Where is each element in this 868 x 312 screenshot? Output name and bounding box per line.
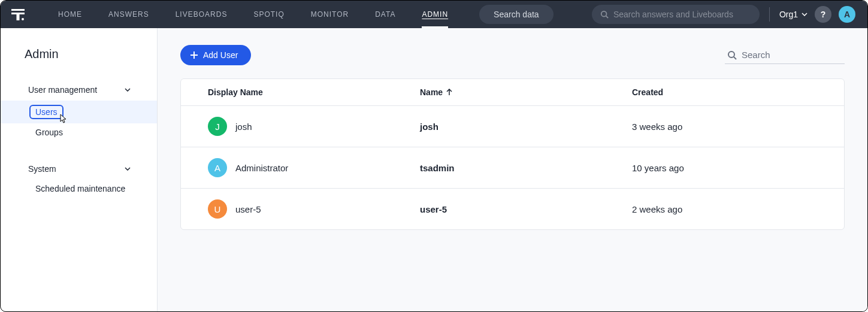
svg-line-9	[734, 57, 736, 59]
column-name[interactable]: Name	[420, 87, 632, 97]
row-avatar: J	[208, 117, 227, 136]
svg-point-4	[601, 11, 607, 17]
created-value: 10 years ago	[632, 163, 844, 173]
org-label: Org1	[779, 10, 798, 19]
svg-line-5	[606, 16, 609, 19]
users-table: Display Name Name Created Jjoshjosh3 wee…	[180, 78, 845, 230]
created-value: 3 weeks ago	[632, 122, 844, 132]
sidebar-section-user-management[interactable]: User management	[1, 79, 157, 101]
column-display-name[interactable]: Display Name	[208, 87, 420, 97]
table-row[interactable]: Uuser-5user-52 weeks ago	[181, 188, 844, 229]
name-value: tsadmin	[420, 163, 632, 173]
user-search[interactable]: Search	[725, 46, 845, 64]
sidebar-section-label: User management	[28, 85, 97, 95]
user-avatar[interactable]: A	[839, 6, 855, 23]
topbar-right: Search answers and Liveboards Org1 ? A	[592, 5, 855, 24]
sidebar-section-system[interactable]: System	[1, 158, 157, 180]
row-avatar: U	[208, 199, 227, 219]
nav-spotiq[interactable]: SPOTIQ	[240, 1, 297, 28]
sidebar-item-scheduled-maintenance[interactable]: Scheduled maintenance	[1, 180, 157, 198]
nav-home[interactable]: HOME	[45, 1, 95, 28]
nav-data[interactable]: DATA	[362, 1, 409, 28]
svg-point-3	[22, 18, 24, 20]
sort-ascending-icon	[446, 89, 452, 96]
search-icon	[727, 50, 737, 60]
display-name-value: Administrator	[235, 163, 288, 173]
topbar-divider	[769, 7, 770, 22]
svg-rect-0	[11, 9, 25, 11]
chevron-down-icon	[802, 13, 807, 16]
user-search-placeholder: Search	[742, 50, 770, 60]
sidebar-item-label: Users	[35, 107, 58, 117]
table-row[interactable]: AAdministratortsadmin10 years ago	[181, 147, 844, 188]
svg-rect-2	[17, 13, 20, 20]
nav-answers[interactable]: ANSWERS	[95, 1, 162, 28]
add-user-button[interactable]: Add User	[180, 45, 251, 65]
global-search[interactable]: Search answers and Liveboards	[592, 5, 760, 24]
org-selector[interactable]: Org1	[779, 10, 807, 19]
admin-sidebar: Admin User management Users Groups Syste…	[1, 28, 158, 311]
column-created[interactable]: Created	[632, 87, 844, 97]
nav-admin[interactable]: ADMIN	[409, 1, 461, 28]
row-avatar: A	[208, 158, 227, 177]
page-title: Admin	[1, 47, 157, 79]
nav-items: HOME ANSWERS LIVEBOARDS SPOTIQ MONITOR D…	[45, 1, 461, 28]
sidebar-item-groups[interactable]: Groups	[1, 123, 157, 141]
display-name-value: user-5	[235, 204, 261, 214]
content-header: Add User Search	[180, 45, 845, 65]
display-name-cell: Jjosh	[208, 117, 420, 136]
table-header: Display Name Name Created	[181, 79, 844, 105]
nav-monitor[interactable]: MONITOR	[298, 1, 362, 28]
content-area: Add User Search Display Name Name Create…	[158, 28, 867, 311]
name-value: josh	[420, 122, 632, 132]
help-button[interactable]: ?	[815, 6, 831, 23]
display-name-cell: AAdministrator	[208, 158, 420, 177]
display-name-cell: Uuser-5	[208, 199, 420, 219]
chevron-down-icon	[125, 167, 131, 171]
display-name-value: josh	[235, 122, 252, 132]
nav-liveboards[interactable]: LIVEBOARDS	[162, 1, 241, 28]
sidebar-section-label: System	[28, 164, 56, 174]
main-layout: Admin User management Users Groups Syste…	[1, 28, 867, 311]
plus-icon	[190, 51, 198, 59]
search-data-button[interactable]: Search data	[479, 5, 554, 24]
app-logo[interactable]	[9, 8, 27, 21]
global-search-placeholder: Search answers and Liveboards	[613, 10, 733, 19]
search-icon	[600, 10, 609, 19]
top-navigation: HOME ANSWERS LIVEBOARDS SPOTIQ MONITOR D…	[1, 1, 867, 28]
name-value: user-5	[420, 204, 632, 214]
cursor-icon	[59, 113, 68, 124]
sidebar-item-users[interactable]: Users	[1, 101, 157, 123]
svg-point-8	[728, 52, 734, 57]
add-user-label: Add User	[203, 50, 238, 60]
chevron-down-icon	[125, 88, 131, 92]
created-value: 2 weeks ago	[632, 204, 844, 214]
table-row[interactable]: Jjoshjosh3 weeks ago	[181, 105, 844, 147]
